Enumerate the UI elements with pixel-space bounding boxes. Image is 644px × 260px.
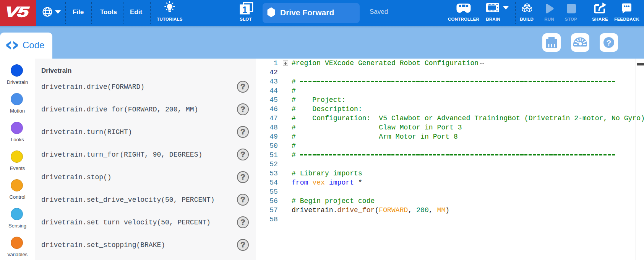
svg-text:?: ?: [607, 38, 612, 47]
svg-text:1: 1: [242, 5, 247, 15]
